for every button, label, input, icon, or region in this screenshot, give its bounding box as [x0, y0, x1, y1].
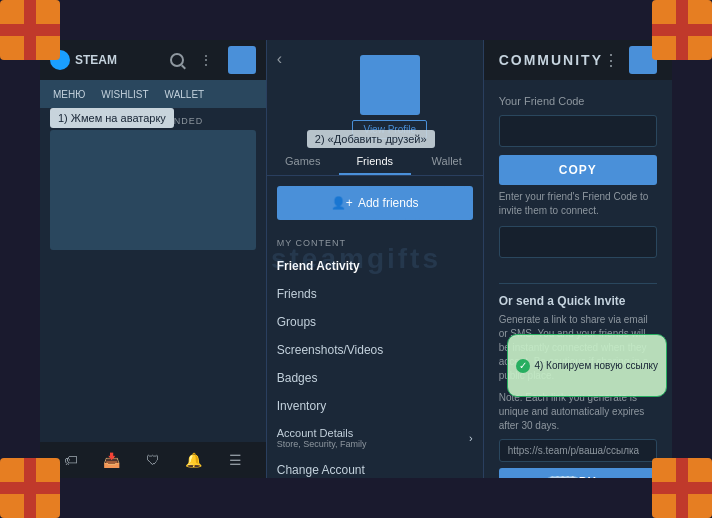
- tab-wallet[interactable]: Wallet: [411, 149, 483, 175]
- step1-tooltip: 1) Жмем на аватарку: [50, 108, 174, 128]
- ribbon-vertical: [24, 0, 36, 60]
- enter-friend-code-input[interactable]: [499, 226, 657, 258]
- menu-screenshots[interactable]: Screenshots/Videos: [267, 336, 483, 364]
- friend-code-input[interactable]: [499, 115, 657, 147]
- quick-invite-note: Note: Each link you generate is unique a…: [499, 391, 657, 433]
- step4-annotation: ✓ 4) Копируем новую ссылку: [507, 334, 667, 397]
- profile-tabs: Games Friends Wallet: [267, 149, 483, 176]
- invite-description: Enter your friend's Friend Code to invit…: [499, 190, 657, 218]
- back-button[interactable]: ‹: [277, 50, 282, 68]
- divider: [499, 283, 657, 284]
- tab-friends[interactable]: Friends: [339, 149, 411, 175]
- ribbon-vertical: [676, 0, 688, 60]
- step2-tooltip: 2) «Добавить друзей»: [307, 130, 435, 148]
- gift-corner-top-left: [0, 0, 60, 60]
- menu-item-wallet[interactable]: WALLET: [157, 85, 213, 104]
- community-panel: COMMUNITY ⋮ Your Friend Code COPY Enter …: [484, 40, 672, 478]
- account-details-text-group: Account Details Store, Security, Family: [277, 427, 367, 449]
- check-icon: ✓: [516, 359, 530, 373]
- add-friends-button[interactable]: 👤+ Add friends: [277, 186, 473, 220]
- friend-code-title: Your Friend Code: [499, 95, 657, 107]
- gift-corner-bottom-left: [0, 458, 60, 518]
- profile-avatar: [360, 55, 420, 115]
- main-container: steamgifts STEAM ⋮ 1) Жмем на аватарку М…: [40, 40, 672, 478]
- ribbon-vertical: [676, 458, 688, 518]
- add-friends-label: Add friends: [358, 196, 419, 210]
- shield-icon[interactable]: 🛡: [144, 451, 162, 469]
- community-dots-icon[interactable]: ⋮: [603, 51, 619, 70]
- menu-icon[interactable]: ☰: [226, 451, 244, 469]
- menu-badges[interactable]: Badges: [267, 364, 483, 392]
- steam-logo: STEAM: [50, 50, 117, 70]
- dots-icon[interactable]: ⋮: [199, 52, 213, 68]
- step4-label: 4) Копируем новую ссылку: [534, 360, 658, 371]
- quick-invite-section: Or send a Quick Invite Generate a link t…: [484, 294, 672, 478]
- account-details-arrow: ›: [469, 432, 473, 444]
- quick-invite-title: Or send a Quick Invite: [499, 294, 657, 308]
- steam-client-panel: STEAM ⋮ 1) Жмем на аватарку МЕНЮ WISHLIS…: [40, 40, 267, 478]
- change-account[interactable]: Change Account: [267, 456, 483, 478]
- account-details-item[interactable]: Account Details Store, Security, Family …: [267, 420, 483, 456]
- inbox-icon[interactable]: 📥: [103, 451, 121, 469]
- menu-friend-activity[interactable]: Friend Activity: [267, 252, 483, 280]
- community-actions: ⋮: [603, 46, 657, 74]
- steam-nav: ⋮: [170, 46, 256, 74]
- menu-friends[interactable]: Friends: [267, 280, 483, 308]
- search-icon[interactable]: [170, 53, 184, 67]
- steam-header: STEAM ⋮: [40, 40, 266, 80]
- copy-friend-code-button[interactable]: COPY: [499, 155, 657, 185]
- bell-icon[interactable]: 🔔: [185, 451, 203, 469]
- url-display: https://s.team/p/ваша/ссылка: [499, 439, 657, 462]
- menu-item-wishlist[interactable]: WISHLIST: [93, 85, 156, 104]
- avatar[interactable]: [228, 46, 256, 74]
- community-header: COMMUNITY ⋮: [484, 40, 672, 80]
- menu-inventory[interactable]: Inventory: [267, 392, 483, 420]
- featured-area: [50, 130, 256, 250]
- tab-games[interactable]: Games: [267, 149, 339, 175]
- menu-bar: МЕНЮ WISHLIST WALLET: [40, 80, 266, 108]
- steam-label: STEAM: [75, 53, 117, 67]
- community-title: COMMUNITY: [499, 52, 603, 68]
- profile-panel: ‹ View Profile 2) «Добавить друзей» Game…: [267, 40, 484, 478]
- left-content: FEATURED & RECOMMENDED: [40, 108, 266, 442]
- account-details-label: Account Details: [277, 427, 367, 439]
- ribbon-vertical: [24, 458, 36, 518]
- menu-item-menu[interactable]: МЕНЮ: [45, 85, 93, 104]
- add-friends-icon: 👤+: [331, 196, 353, 210]
- my-content-label: MY CONTENT: [267, 230, 483, 252]
- profile-area: View Profile: [267, 40, 483, 139]
- friend-code-section: Your Friend Code COPY Enter your friend'…: [484, 80, 672, 273]
- gift-corner-top-right: [652, 0, 712, 60]
- copy-link-button[interactable]: COPY: [499, 468, 657, 478]
- account-details-sub: Store, Security, Family: [277, 439, 367, 449]
- step3-annotation: 3) Создаем новую ссылку: [544, 476, 582, 478]
- steam-bottom-nav: 🏷 📥 🛡 🔔 ☰: [40, 442, 266, 478]
- menu-groups[interactable]: Groups: [267, 308, 483, 336]
- gift-corner-bottom-right: [652, 458, 712, 518]
- tag-icon[interactable]: 🏷: [62, 451, 80, 469]
